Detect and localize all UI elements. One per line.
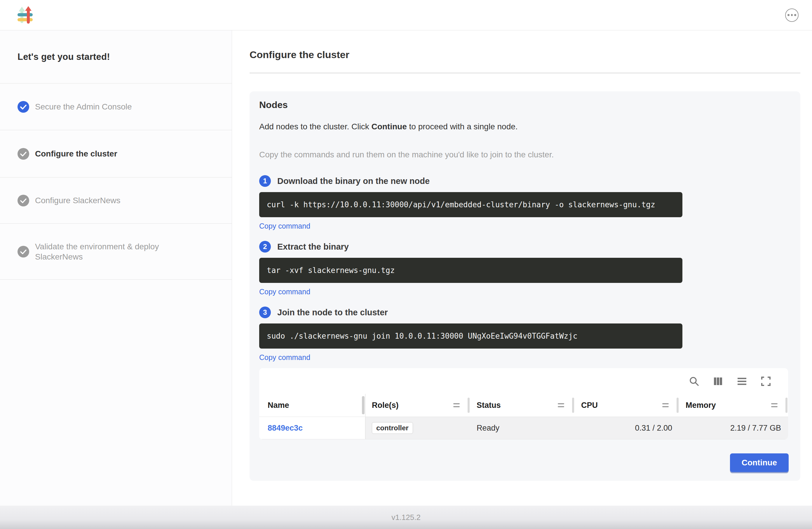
column-resize-handle[interactable] [572,398,574,413]
check-circle-pending-icon [17,148,29,160]
table-toolbar [259,368,788,394]
copy-instructions-text: Copy the commands and run them on the ma… [259,150,789,159]
column-header-roles[interactable]: Role(s) [365,394,470,417]
table-columns-button[interactable] [713,376,723,387]
step-2-command-codeblock: tar -xvf slackernews-gnu.tgz [259,258,682,283]
column-menu-icon[interactable] [771,403,778,407]
table-search-button[interactable] [689,376,699,387]
fullscreen-icon [760,376,771,387]
column-resize-handle[interactable] [468,398,469,413]
column-header-cpu[interactable]: CPU [575,394,679,417]
copy-command-link[interactable]: Copy command [259,222,310,230]
step-1-number-badge: 1 [259,175,271,187]
column-menu-icon[interactable] [453,403,460,407]
node-name-cell: 8849ec3c [259,417,365,439]
columns-icon [713,376,723,387]
card-actions: Continue [259,453,789,472]
copy-command-link[interactable]: Copy command [259,353,310,362]
app-footer: v1.125.2 [0,506,812,529]
sidebar-item-validate-deploy: Validate the environment & deploy Slacke… [0,224,232,280]
intro-continue-emphasis: Continue [371,122,407,131]
slackernews-logo-icon [17,6,33,24]
sidebar-item-label: Configure SlackerNews [35,195,120,205]
check-circle-pending-icon [17,246,29,257]
column-header-status[interactable]: Status [470,394,575,417]
sidebar-item-configure-cluster: Configure the cluster [0,130,232,177]
sidebar-item-label: Secure the Admin Console [35,102,132,112]
density-icon [737,376,747,387]
getting-started-heading: Let's get you started! [17,52,110,62]
role-badge: controller [372,422,413,434]
check-circle-complete-icon [17,101,29,113]
check-circle-pending-icon [17,195,29,206]
column-menu-icon[interactable] [662,403,669,407]
node-status-cell: Ready [470,417,575,439]
step-3-title: Join the node to the cluster [277,308,388,317]
nodes-heading: Nodes [259,100,789,110]
sidebar-item-secure-admin-console: Secure the Admin Console [0,84,232,130]
search-icon [689,376,699,387]
column-resize-handle[interactable] [362,396,365,414]
continue-button[interactable]: Continue [730,453,789,472]
column-resize-handle[interactable] [785,398,787,413]
column-header-memory[interactable]: Memory [679,394,788,417]
sidebar-item-configure-slackernews: Configure SlackerNews [0,177,232,224]
step-1-title: Download the binary on the new node [277,176,430,186]
node-memory-cell: 2.19 / 7.77 GB [679,417,788,439]
table-density-button[interactable] [737,376,747,387]
main-content: Configure the cluster Nodes Add nodes to… [232,30,812,506]
node-roles-cell: controller [365,417,470,439]
sidebar-heading-row: Let's get you started! [0,30,232,84]
step-3-header: 3 Join the node to the cluster [259,306,789,318]
page-shell: Let's get you started! Secure the Admin … [0,30,812,506]
sidebar-item-label: Validate the environment & deploy Slacke… [35,241,204,262]
ellipsis-icon [787,14,789,16]
column-menu-icon[interactable] [558,403,564,407]
sidebar-item-label: Configure the cluster [35,148,117,159]
node-cpu-cell: 0.31 / 2.00 [575,417,679,439]
overflow-menu-button[interactable] [785,9,799,22]
table-row: 8849ec3c controller Ready 0.31 / 2.00 2.… [259,417,788,439]
nodes-intro-text: Add nodes to the cluster. Click Continue… [259,122,789,131]
table-fullscreen-button[interactable] [760,376,771,387]
step-2-title: Extract the binary [277,242,349,252]
step-3-command-codeblock: sudo ./slackernews-gnu join 10.0.0.11:30… [259,324,682,348]
column-header-name[interactable]: Name [259,394,365,417]
node-name-link[interactable]: 8849ec3c [267,424,303,433]
step-2-header: 2 Extract the binary [259,241,789,253]
step-1-command-codeblock: curl -k https://10.0.0.11:30000/api/v1/e… [259,192,682,217]
setup-progress-sidebar: Let's get you started! Secure the Admin … [0,30,232,506]
nodes-table-panel: Name Role(s) Status CPU [259,368,788,439]
app-header [0,0,812,30]
step-1-header: 1 Download the binary on the new node [259,175,789,187]
column-resize-handle[interactable] [677,398,679,413]
nodes-card: Nodes Add nodes to the cluster. Click Co… [249,91,800,481]
table-header-row: Name Role(s) Status CPU [259,394,788,417]
version-label: v1.125.2 [391,513,421,522]
step-2-number-badge: 2 [259,241,271,253]
step-3-number-badge: 3 [259,306,271,318]
page-title: Configure the cluster [249,49,800,60]
title-divider [249,73,800,73]
copy-command-link[interactable]: Copy command [259,288,310,296]
